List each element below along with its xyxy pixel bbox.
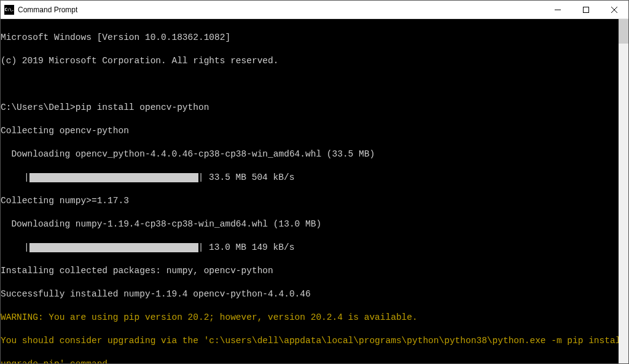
progress-line: || 33.5 MB 504 kB/s [1,172,619,184]
output-line: Successfully installed numpy-1.19.4 open… [1,288,619,300]
output-line: (c) 2019 Microsoft Corporation. All righ… [1,55,619,67]
output-line: Downloading numpy-1.19.4-cp38-cp38-win_a… [1,219,619,230]
output-line: Downloading opencv_python-4.4.0.46-cp38-… [1,149,619,160]
warning-line: You should consider upgrading via the 'c… [1,335,619,347]
progress-text: | 13.0 MB 149 kB/s [198,242,295,254]
prompt-line: C:\Users\Dell>pip install opencv-python [1,102,619,114]
maximize-button[interactable] [572,1,600,18]
minimize-button[interactable] [544,1,572,18]
command-prompt-window: C:\. Command Prompt Microsoft Windows [V… [0,0,629,364]
svg-rect-1 [584,7,589,12]
close-button[interactable] [600,1,628,18]
progress-text: | 33.5 MB 504 kB/s [198,172,295,184]
output-line: Installing collected packages: numpy, op… [1,265,619,277]
output-line: Microsoft Windows [Version 10.0.18362.10… [1,32,619,44]
close-icon [611,7,617,13]
vertical-scrollbar[interactable] [619,19,628,363]
terminal-content[interactable]: Microsoft Windows [Version 10.0.18362.10… [1,19,619,363]
scrollbar-thumb[interactable] [619,19,628,44]
warning-line: WARNING: You are using pip version 20.2;… [1,312,619,323]
progress-bar [29,243,198,252]
output-line [1,79,619,90]
window-title: Command Prompt [18,6,77,14]
minimize-icon [555,7,561,13]
cmd-icon: C:\. [4,5,14,15]
output-line: Collecting numpy>=1.17.3 [1,195,619,207]
window-controls [544,1,628,18]
maximize-icon [583,7,589,13]
terminal-area[interactable]: Microsoft Windows [Version 10.0.18362.10… [1,19,628,363]
output-line: Collecting opencv-python [1,125,619,137]
titlebar[interactable]: C:\. Command Prompt [1,1,628,19]
progress-line: || 13.0 MB 149 kB/s [1,242,619,254]
warning-line: upgrade pip' command. [1,358,619,363]
progress-bar [29,173,198,182]
